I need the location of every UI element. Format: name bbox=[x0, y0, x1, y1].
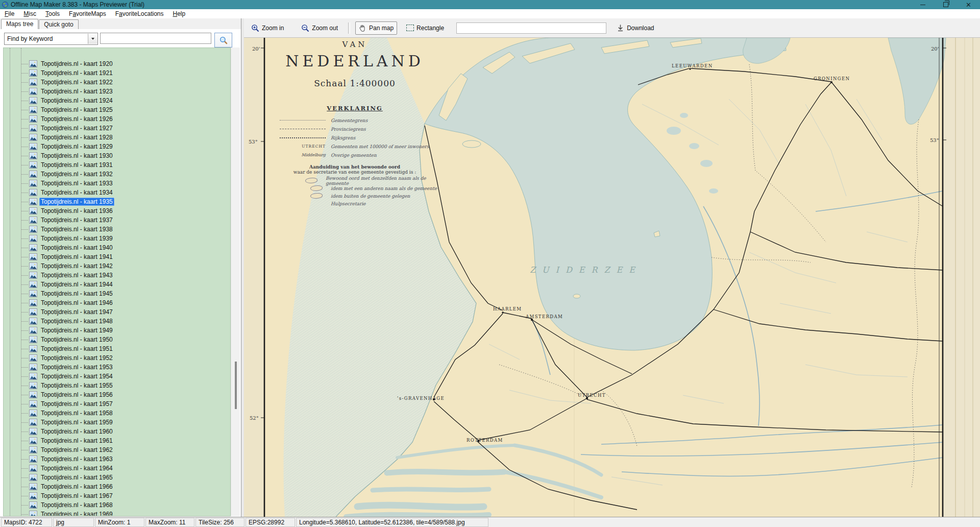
map-item-icon bbox=[29, 373, 37, 380]
map-item-icon bbox=[29, 60, 37, 67]
zoom-in-button[interactable]: Zoom in bbox=[248, 22, 287, 34]
restore-button[interactable] bbox=[934, 0, 957, 9]
tree-row[interactable]: Topotijdreis.nl - kaart 1960 bbox=[4, 427, 230, 436]
tree-row[interactable]: Topotijdreis.nl - kaart 1930 bbox=[4, 151, 230, 160]
tree-item-label: Topotijdreis.nl - kaart 1952 bbox=[39, 354, 114, 362]
tree-row[interactable]: Topotijdreis.nl - kaart 1962 bbox=[4, 445, 230, 454]
tree-row[interactable]: Topotijdreis.nl - kaart 1920 bbox=[4, 59, 230, 68]
tree-scrollbar-thumb[interactable] bbox=[235, 362, 237, 409]
tree-row[interactable]: Topotijdreis.nl - kaart 1965 bbox=[4, 473, 230, 482]
tree-row[interactable]: Topotijdreis.nl - kaart 1935 bbox=[4, 197, 230, 206]
tree-row[interactable]: Topotijdreis.nl - kaart 1928 bbox=[4, 133, 230, 142]
map-viewport[interactable]: ZUIDERZEE AMSTERDAMHAARLEM's-GRAVENHAGER… bbox=[244, 37, 980, 517]
menu-item-help[interactable]: Help bbox=[168, 10, 190, 18]
tree-row[interactable]: Topotijdreis.nl - kaart 1936 bbox=[4, 206, 230, 215]
tree-item-label: Topotijdreis.nl - kaart 1948 bbox=[39, 317, 114, 325]
tree-item-label: Topotijdreis.nl - kaart 1934 bbox=[39, 188, 114, 197]
tree-row[interactable]: Topotijdreis.nl - kaart 1954 bbox=[4, 372, 230, 381]
map-item-icon bbox=[29, 446, 37, 453]
tree-row[interactable]: Topotijdreis.nl - kaart 1925 bbox=[4, 105, 230, 114]
maps-tree[interactable]: Topotijdreis.nl - kaart 1920Topotijdreis… bbox=[3, 47, 231, 516]
edge-label: 53° bbox=[249, 139, 258, 145]
tree-row[interactable]: Topotijdreis.nl - kaart 1922 bbox=[4, 78, 230, 87]
find-mode-dropdown[interactable]: Find by Keyword bbox=[4, 33, 98, 45]
dropdown-button[interactable] bbox=[88, 34, 97, 44]
tab-quick-goto[interactable]: Quick goto bbox=[39, 19, 78, 29]
pan-map-button[interactable]: Pan map bbox=[355, 21, 397, 35]
tree-row[interactable]: Topotijdreis.nl - kaart 1924 bbox=[4, 96, 230, 105]
tree-item-label: Topotijdreis.nl - kaart 1930 bbox=[39, 152, 114, 160]
tree-row[interactable]: Topotijdreis.nl - kaart 1932 bbox=[4, 170, 230, 179]
tree-row[interactable]: Topotijdreis.nl - kaart 1931 bbox=[4, 160, 230, 170]
tree-row[interactable]: Topotijdreis.nl - kaart 1940 bbox=[4, 243, 230, 252]
tree-row[interactable]: Topotijdreis.nl - kaart 1934 bbox=[4, 188, 230, 197]
tree-item-label: Topotijdreis.nl - kaart 1961 bbox=[39, 437, 114, 445]
tree-row[interactable]: Topotijdreis.nl - kaart 1950 bbox=[4, 335, 230, 344]
tree-row[interactable]: Topotijdreis.nl - kaart 1933 bbox=[4, 179, 230, 188]
map-item-icon bbox=[29, 290, 37, 297]
search-button[interactable] bbox=[214, 33, 232, 47]
zoom-out-button[interactable]: Zoom out bbox=[298, 22, 341, 34]
map-item-icon bbox=[29, 492, 37, 499]
city-label: GRONINGEN bbox=[814, 76, 850, 81]
tree-row[interactable]: Topotijdreis.nl - kaart 1937 bbox=[4, 215, 230, 225]
tree-row[interactable]: Topotijdreis.nl - kaart 1953 bbox=[4, 363, 230, 372]
edge-label: 20' bbox=[931, 46, 939, 52]
tree-row[interactable]: Topotijdreis.nl - kaart 1964 bbox=[4, 464, 230, 473]
map-item-icon bbox=[29, 419, 37, 426]
tree-row[interactable]: Topotijdreis.nl - kaart 1926 bbox=[4, 114, 230, 124]
tree-row[interactable]: Topotijdreis.nl - kaart 1958 bbox=[4, 409, 230, 418]
tree-row[interactable]: Topotijdreis.nl - kaart 1927 bbox=[4, 124, 230, 133]
tree-row[interactable]: Topotijdreis.nl - kaart 1959 bbox=[4, 418, 230, 427]
tree-row[interactable]: Topotijdreis.nl - kaart 1952 bbox=[4, 353, 230, 363]
map-item-icon bbox=[29, 97, 37, 104]
tree-row[interactable]: Topotijdreis.nl - kaart 1967 bbox=[4, 491, 230, 500]
map-item-icon bbox=[29, 327, 37, 334]
tree-row[interactable]: Topotijdreis.nl - kaart 1949 bbox=[4, 326, 230, 335]
tree-item-label: Topotijdreis.nl - kaart 1955 bbox=[39, 381, 114, 390]
tree-scrollbar[interactable] bbox=[231, 47, 240, 516]
tree-row[interactable]: Topotijdreis.nl - kaart 1942 bbox=[4, 261, 230, 271]
tree-row[interactable]: Topotijdreis.nl - kaart 1963 bbox=[4, 454, 230, 464]
menu-item-favoritelocations[interactable]: FavoriteLocations bbox=[111, 10, 168, 18]
tree-row[interactable]: Topotijdreis.nl - kaart 1944 bbox=[4, 280, 230, 289]
menu-item-tools[interactable]: Tools bbox=[41, 10, 64, 18]
city-label: LEEUWARDEN bbox=[672, 63, 713, 68]
tree-row[interactable]: Topotijdreis.nl - kaart 1969 bbox=[4, 510, 230, 516]
menu-item-favoritemaps[interactable]: FavoriteMaps bbox=[64, 10, 111, 18]
tree-item-label: Topotijdreis.nl - kaart 1968 bbox=[39, 501, 114, 509]
tab-maps-tree[interactable]: Maps tree bbox=[1, 19, 38, 29]
tree-row[interactable]: Topotijdreis.nl - kaart 1961 bbox=[4, 436, 230, 445]
tree-row[interactable]: Topotijdreis.nl - kaart 1948 bbox=[4, 317, 230, 326]
toolbar-input[interactable] bbox=[456, 22, 606, 34]
tree-row[interactable]: Topotijdreis.nl - kaart 1947 bbox=[4, 307, 230, 317]
tree-item-label: Topotijdreis.nl - kaart 1936 bbox=[39, 207, 114, 215]
tree-row[interactable]: Topotijdreis.nl - kaart 1966 bbox=[4, 482, 230, 491]
tree-row[interactable]: Topotijdreis.nl - kaart 1956 bbox=[4, 390, 230, 399]
status-field: TileSize: 256 bbox=[195, 518, 244, 527]
tree-row[interactable]: Topotijdreis.nl - kaart 1946 bbox=[4, 298, 230, 307]
tree-row[interactable]: Topotijdreis.nl - kaart 1955 bbox=[4, 381, 230, 390]
tree-row[interactable]: Topotijdreis.nl - kaart 1929 bbox=[4, 142, 230, 151]
tree-row[interactable]: Topotijdreis.nl - kaart 1957 bbox=[4, 399, 230, 409]
close-button[interactable]: ✕ bbox=[957, 0, 980, 9]
tree-item-label: Topotijdreis.nl - kaart 1927 bbox=[39, 124, 114, 132]
download-button[interactable]: Download bbox=[614, 22, 657, 34]
menu-item-file[interactable]: File bbox=[0, 10, 19, 18]
map-item-icon bbox=[29, 437, 37, 444]
search-input[interactable] bbox=[100, 33, 211, 44]
minimize-button[interactable] bbox=[911, 0, 934, 9]
tree-row[interactable]: Topotijdreis.nl - kaart 1951 bbox=[4, 344, 230, 353]
tree-row[interactable]: Topotijdreis.nl - kaart 1968 bbox=[4, 500, 230, 510]
rectangle-button[interactable]: Rectangle bbox=[403, 22, 447, 34]
tree-row[interactable]: Topotijdreis.nl - kaart 1921 bbox=[4, 68, 230, 78]
tree-row[interactable]: Topotijdreis.nl - kaart 1943 bbox=[4, 271, 230, 280]
tree-item-label: Topotijdreis.nl - kaart 1945 bbox=[39, 290, 114, 298]
tree-item-label: Topotijdreis.nl - kaart 1959 bbox=[39, 418, 114, 426]
tree-row[interactable]: Topotijdreis.nl - kaart 1939 bbox=[4, 234, 230, 243]
tree-row[interactable]: Topotijdreis.nl - kaart 1923 bbox=[4, 87, 230, 96]
tree-row[interactable]: Topotijdreis.nl - kaart 1938 bbox=[4, 225, 230, 234]
menu-item-misc[interactable]: Misc bbox=[19, 10, 41, 18]
tree-row[interactable]: Topotijdreis.nl - kaart 1941 bbox=[4, 252, 230, 261]
tree-row[interactable]: Topotijdreis.nl - kaart 1945 bbox=[4, 289, 230, 298]
